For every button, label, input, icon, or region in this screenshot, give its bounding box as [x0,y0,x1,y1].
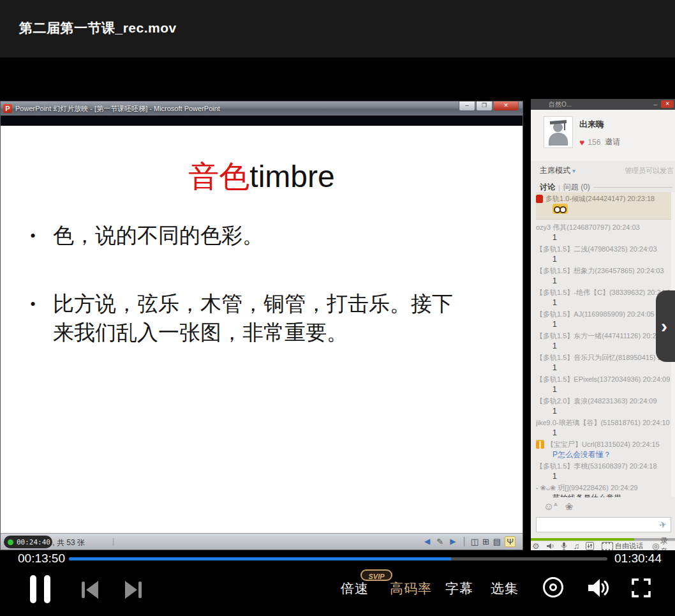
likes-count: 156 [588,138,600,147]
chat-window-title: 自然O... [549,100,572,109]
chat-message-author: 【多轨2.0】袁浪(248231363) 20:24:09 [536,396,674,406]
minimize-icon: – [653,101,657,108]
slideshow-view-icon: Ψ [505,536,516,547]
video-title: 第二届第一节课_rec.mov [19,19,177,37]
gear-icon: ⚙ [532,542,540,550]
chat-bottom-toolbar: ⚙ ♫ 自由说话 ◎ 录音 [531,541,675,550]
slide-title-english: timbre [249,160,334,193]
slide-bullet: • 色，说的不同的色彩。 [30,222,477,250]
recording-badge: 00:24:40 [4,536,52,548]
prev-slide-icon: ◀ [424,537,430,546]
chat-message: 【多轨1.5】李桃(531608397) 20:24:181 [536,461,674,483]
binoculars-emoji-icon [553,204,568,214]
cap-tassel [564,123,565,130]
progress-bar[interactable] [69,557,607,560]
pause-button[interactable] [30,575,50,603]
tab-divider: | [558,184,560,192]
mode-row: 主席模式 ▾ 管理员可以发言 [540,165,674,176]
free-talk-icon [602,542,612,551]
record-audio-button: ◎ 录音 [652,536,675,551]
bullet-text: 比方说，弦乐，木管，铜管，打击乐。接下来我们乱入一张图，非常重要。 [53,290,461,347]
chat-message: ozy3 伟其(1246870797) 20:24:031 [536,222,674,244]
chat-message: - ❀ᴗ❀ 玥[](994228426) 20:24:29节拍线条是什么意思 [536,483,674,497]
player-control-bar: 00:13:50 01:30:44 倍速 SVIP 高码率 字幕 选集 [0,550,675,616]
chat-message-author: 【多轨1.5】李桃(531608397) 20:24:18 [536,462,674,471]
chat-message-author: 【多轨1.5】AJ(1169985909) 20:24:05 [536,310,674,319]
chat-titlebar: 自然O... – ✕ [531,99,675,110]
chat-message-author: 【多轨1.5】EPixels(1372034936) 20:24:09 [536,375,674,384]
chat-message-author: - ❀ᴗ❀ 玥[](994228426) 20:24:29 [536,483,674,493]
chat-message-author: ozy3 伟其(1246870797) 20:24:03 [536,223,674,232]
window-buttons: – ❐ ✕ [458,101,519,111]
chat-message: 【多轨1.5】EPixels(1372034936) 20:24:091 [536,374,674,396]
bullet-dot-icon: • [30,290,53,347]
slide-bullet: • 比方说，弦乐，木管，铜管，打击乐。接下来我们乱入一张图，非常重要。 [30,290,477,347]
chat-message-author: 【多轨1.5】音乐只为回忆(818950415) 20:24:08 [536,353,674,363]
close-icon: ✕ [661,100,674,108]
chat-message: 【多轨1.5】AJ(1169985909) 20:24:051 [536,309,674,331]
current-time: 00:13:50 [18,552,65,566]
video-frame[interactable]: P PowerPoint 幻灯片放映 - [第一节课呸呸梯] - Microso… [0,57,675,550]
minimize-icon: – [459,101,475,111]
video-player-app: 第二届第一节课_rec.mov P PowerPoint 幻灯片放映 - [第一… [0,0,675,616]
emoji-picker-icon: ☺A [544,501,558,513]
chat-message: 【宝宝尸】Ucrl(81315024) 20:24:15P怎么会没看懂？ [536,439,674,461]
tabs-underline [594,187,672,188]
red-mascot-icon [536,195,543,203]
chat-message-text: 1 [553,384,674,394]
chat-message-text: 1 [553,428,674,438]
powerpoint-nav-toolbar: ◀ ✎ ▶ | ◫ ⊞ ▤ Ψ [420,535,517,548]
svip-badge: SVIP [360,569,392,581]
tab-question: 问题 (0) [563,182,590,193]
powerpoint-statusbar: 张 , 共 53 张 | ◀ ✎ ▶ | ◫ ⊞ ▤ Ψ [1,533,523,550]
chat-sidebar-window: 自然O... – ✕ 出来嗨 ♥ 156 邀请 [531,99,675,550]
chevron-right-icon: › [661,315,667,337]
next-episode-button[interactable] [124,581,142,599]
chevron-down-icon: ▾ [572,167,575,174]
chat-message-text: 1 [553,254,674,264]
chat-message-author: 【多轨1.5】-绝伟【C】(38339632) 20:24:04 [536,288,674,297]
playback-speed-button[interactable]: 倍速 [341,580,369,597]
chat-message-author: 【多轨1.5】二浅(479804325) 20:24:03 [536,244,674,254]
chat-message-text: P怎么会没看懂？ [553,449,674,460]
maximize-icon: ❐ [476,101,493,111]
chat-message-author: 多轨1.0-倾城(244424147) 20:23:18 [536,194,674,204]
recording-time: 00:24:40 [17,538,50,546]
previous-episode-button[interactable] [82,581,100,599]
bullet-text: 色，说的不同的色彩。 [53,222,263,250]
heart-icon: ♥ [579,137,584,147]
chat-message: 【多轨1.5】-绝伟【C】(38339632) 20:24:041 [536,287,674,309]
next-slide-icon: ▶ [450,537,456,546]
powerpoint-window: P PowerPoint 幻灯片放映 - [第一节课呸呸梯] - Microso… [0,101,523,550]
chat-message: 【多轨1.5】东方一绪(447411126) 20:24:061 [536,331,674,352]
close-icon: ✕ [493,101,519,111]
screen-record-icon[interactable] [543,577,563,597]
subtitle-button[interactable]: 字幕 [445,580,473,597]
powerpoint-title-text: PowerPoint 幻灯片放映 - [第一节课呸呸梯] - Microsoft… [15,104,220,114]
chat-input: ✈ [536,517,671,532]
mixer-icon [586,542,594,550]
sticker-picker-icon: ❀ [565,501,574,513]
chat-message-text: 1 [553,276,674,286]
chat-message-text: 节拍线条是什么意思 [553,493,674,497]
chat-input-tools: ☺A ❀ [544,501,573,513]
toolbar-divider: | [463,536,465,547]
chat-message: 【多轨1.5】二浅(479804325) 20:24:031 [536,244,674,266]
reading-view-icon: ▤ [493,537,501,546]
chat-message-list: 多轨1.0-倾城(244424147) 20:23:18ozy3 伟其(1246… [536,192,674,497]
chat-message-text: 1 [553,406,674,416]
sorter-view-icon: ⊞ [482,537,489,546]
slide-top-border [1,116,523,126]
chat-message: jike9.0-琅若璃【谷】(515818761) 20:24:101 [536,417,674,439]
slide-bullets: • 色，说的不同的色彩。 • 比方说，弦乐，木管，铜管，打击乐。接下来我们乱入一… [30,222,477,347]
slide-title-chinese: 音色 [188,160,249,193]
fullscreen-icon[interactable] [630,577,652,601]
gift-icon [536,441,544,449]
recording-dot-icon [8,539,13,545]
progress-fill [69,557,451,560]
episode-list-button[interactable]: 选集 [491,580,519,597]
speaker-icon [546,543,554,550]
volume-icon[interactable] [586,577,610,601]
bitrate-button[interactable]: 高码率 [390,580,432,597]
chat-message: 多轨1.0-倾城(244424147) 20:23:18 [536,192,674,220]
